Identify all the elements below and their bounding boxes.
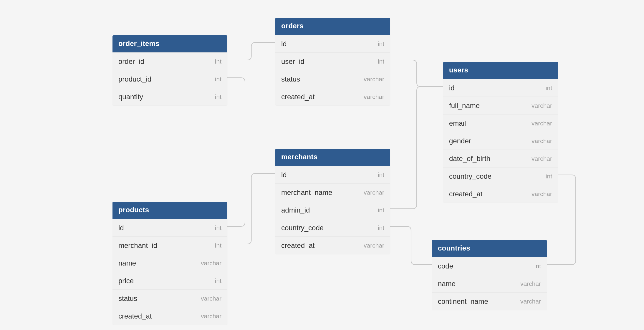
column-name: merchant_id bbox=[118, 241, 157, 250]
column-type: int bbox=[215, 76, 221, 83]
column-type: varchar bbox=[532, 120, 552, 127]
table-merchants[interactable]: merchants id int merchant_name varchar a… bbox=[275, 149, 390, 254]
table-header: countries bbox=[432, 240, 547, 257]
table-header: products bbox=[112, 202, 227, 219]
table-row[interactable]: created_at varchar bbox=[275, 236, 390, 254]
table-row[interactable]: created_at varchar bbox=[112, 307, 227, 325]
column-type: int bbox=[215, 242, 221, 249]
column-type: varchar bbox=[364, 93, 384, 100]
column-name: full_name bbox=[449, 102, 480, 110]
table-row[interactable]: user_id int bbox=[275, 52, 390, 70]
column-type: int bbox=[215, 58, 221, 65]
column-name: continent_name bbox=[438, 297, 488, 306]
table-header: merchants bbox=[275, 149, 390, 166]
table-row[interactable]: id int bbox=[112, 219, 227, 236]
table-row[interactable]: id int bbox=[443, 79, 558, 97]
column-type: varchar bbox=[520, 280, 541, 287]
relation-connector bbox=[227, 78, 245, 226]
relation-connector bbox=[227, 42, 275, 60]
column-type: int bbox=[378, 58, 384, 65]
table-row[interactable]: code int bbox=[432, 257, 547, 275]
column-type: varchar bbox=[532, 190, 552, 198]
table-row[interactable]: name varchar bbox=[432, 275, 547, 292]
column-type: varchar bbox=[532, 137, 552, 145]
relation-connector bbox=[227, 173, 275, 244]
column-name: country_code bbox=[281, 224, 324, 232]
column-type: int bbox=[378, 207, 384, 214]
column-type: int bbox=[378, 40, 384, 47]
column-type: varchar bbox=[532, 102, 552, 109]
table-row[interactable]: created_at varchar bbox=[275, 88, 390, 105]
table-products[interactable]: products id int merchant_id int name var… bbox=[112, 202, 227, 325]
column-name: quantity bbox=[118, 93, 143, 101]
table-header: order_items bbox=[112, 35, 227, 52]
column-name: user_id bbox=[281, 57, 304, 66]
table-users[interactable]: users id int full_name varchar email var… bbox=[443, 62, 558, 203]
column-type: int bbox=[534, 263, 541, 270]
column-name: admin_id bbox=[281, 206, 310, 214]
column-type: int bbox=[215, 277, 221, 284]
column-name: created_at bbox=[281, 93, 314, 101]
column-name: email bbox=[449, 119, 466, 127]
column-name: status bbox=[118, 294, 137, 303]
column-name: country_code bbox=[449, 172, 491, 180]
table-row[interactable]: merchant_id int bbox=[112, 236, 227, 254]
column-type: varchar bbox=[532, 155, 552, 162]
column-name: gender bbox=[449, 137, 471, 145]
table-row[interactable]: order_id int bbox=[112, 52, 227, 70]
table-row[interactable]: merchant_name varchar bbox=[275, 183, 390, 201]
table-row[interactable]: full_name varchar bbox=[443, 97, 558, 114]
table-row[interactable]: created_at varchar bbox=[443, 185, 558, 203]
column-type: varchar bbox=[364, 189, 384, 196]
column-name: product_id bbox=[118, 75, 151, 83]
table-row[interactable]: date_of_birth varchar bbox=[443, 150, 558, 167]
relation-connector bbox=[390, 226, 432, 265]
table-row[interactable]: continent_name varchar bbox=[432, 292, 547, 310]
column-type: varchar bbox=[201, 260, 221, 267]
column-name: order_id bbox=[118, 57, 144, 66]
table-row[interactable]: quantity int bbox=[112, 88, 227, 105]
column-name: created_at bbox=[118, 312, 152, 320]
column-type: varchar bbox=[520, 298, 541, 305]
table-row[interactable]: name varchar bbox=[112, 254, 227, 272]
column-name: id bbox=[118, 224, 124, 232]
column-name: date_of_birth bbox=[449, 155, 490, 163]
table-row[interactable]: gender varchar bbox=[443, 132, 558, 150]
column-type: int bbox=[546, 84, 552, 92]
column-type: int bbox=[215, 93, 221, 100]
table-row[interactable]: email varchar bbox=[443, 114, 558, 132]
table-row[interactable]: country_code int bbox=[443, 167, 558, 185]
table-row[interactable]: id int bbox=[275, 35, 390, 52]
column-type: varchar bbox=[364, 242, 384, 249]
table-countries[interactable]: countries code int name varchar continen… bbox=[432, 240, 547, 310]
table-row[interactable]: id int bbox=[275, 166, 390, 183]
column-name: id bbox=[449, 84, 455, 92]
column-type: int bbox=[546, 173, 552, 180]
column-type: varchar bbox=[201, 295, 221, 302]
table-header: orders bbox=[275, 18, 390, 35]
table-header: users bbox=[443, 62, 558, 79]
column-name: id bbox=[281, 40, 287, 48]
column-type: varchar bbox=[201, 313, 221, 320]
table-row[interactable]: status varchar bbox=[112, 289, 227, 307]
column-type: varchar bbox=[364, 76, 384, 83]
column-name: status bbox=[281, 75, 300, 83]
table-orders[interactable]: orders id int user_id int status varchar… bbox=[275, 18, 390, 105]
table-row[interactable]: status varchar bbox=[275, 70, 390, 88]
column-name: merchant_name bbox=[281, 188, 332, 197]
column-name: id bbox=[281, 171, 287, 179]
table-order-items[interactable]: order_items order_id int product_id int … bbox=[112, 35, 227, 105]
column-name: code bbox=[438, 262, 453, 270]
column-type: int bbox=[378, 171, 384, 178]
column-name: name bbox=[438, 280, 456, 288]
er-diagram-canvas[interactable]: order_items order_id int product_id int … bbox=[0, 0, 644, 330]
column-type: int bbox=[215, 224, 221, 231]
table-row[interactable]: price int bbox=[112, 272, 227, 289]
column-name: price bbox=[118, 277, 134, 285]
column-name: created_at bbox=[281, 241, 314, 250]
column-type: int bbox=[378, 224, 384, 231]
relation-connector bbox=[390, 87, 443, 209]
table-row[interactable]: product_id int bbox=[112, 70, 227, 88]
table-row[interactable]: country_code int bbox=[275, 219, 390, 236]
table-row[interactable]: admin_id int bbox=[275, 201, 390, 219]
